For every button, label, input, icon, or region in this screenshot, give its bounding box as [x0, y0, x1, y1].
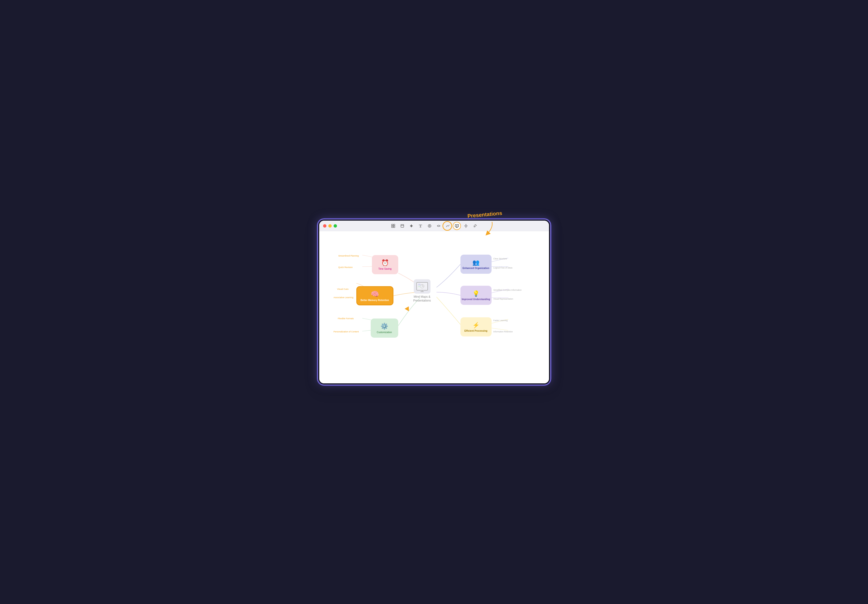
faster-learning-label: Faster Learning — [493, 319, 508, 322]
better-memory-label: Better Memory Retention — [361, 299, 389, 302]
improved-understanding-node[interactable]: 💡 Improved Understanding — [460, 286, 491, 305]
visual-cues-label: Visual Cues — [337, 288, 349, 290]
toolbar-add-btn[interactable] — [426, 222, 434, 230]
maximize-button[interactable] — [333, 224, 337, 228]
svg-rect-4 — [401, 225, 404, 227]
center-node-icon — [414, 279, 431, 294]
cursor — [405, 306, 411, 313]
toolbar-ai-btn[interactable] — [462, 222, 470, 230]
minimize-button[interactable] — [329, 224, 332, 228]
svg-rect-0 — [392, 224, 393, 226]
logical-flow-label: Logical Flow of Ideas — [493, 266, 513, 269]
enhanced-org-icon: 👥 — [473, 259, 480, 266]
customization-label: Customization — [377, 331, 392, 334]
toolbar-path-btn[interactable] — [444, 222, 452, 230]
svg-rect-3 — [394, 226, 395, 228]
enhanced-org-node[interactable]: 👥 Enhanced Organization — [460, 255, 491, 274]
window-controls — [323, 224, 337, 228]
customization-node[interactable]: ⚙️ Customization — [371, 319, 398, 338]
screen-wrapper: Presentations — [319, 221, 549, 383]
close-button[interactable] — [323, 224, 326, 228]
visual-representation-label: Visual Representation — [493, 298, 513, 300]
efficient-processing-node[interactable]: ⚡ Efficient Processing — [460, 317, 491, 336]
better-memory-icon: 🧠 — [371, 290, 379, 298]
canvas[interactable]: Mind Maps & Presentations 🧠 Better Memor… — [319, 231, 549, 383]
time-saving-label: Time Saving — [378, 268, 392, 270]
efficient-processing-label: Efficient Processing — [464, 330, 487, 332]
toolbar — [389, 222, 479, 230]
toolbar-connect-btn[interactable] — [435, 222, 443, 230]
improved-understanding-icon: 💡 — [473, 290, 480, 297]
clear-structure-label: Clear Structure — [493, 257, 507, 260]
presentations-annotation: Presentations — [467, 210, 502, 220]
enhanced-org-label: Enhanced Organization — [463, 267, 490, 269]
toolbar-select-btn[interactable] — [389, 222, 397, 230]
svg-rect-19 — [418, 283, 420, 285]
improved-understanding-label: Improved Understanding — [462, 298, 490, 300]
center-node-label: Mind Maps & Presentations — [408, 295, 437, 302]
title-bar — [319, 221, 549, 231]
information-retention-label: Information Retention — [493, 330, 513, 333]
toolbar-move-btn[interactable] — [407, 222, 415, 230]
associative-learning-label: Associative Learning — [333, 296, 353, 299]
quick-revision-label: Quick Revision — [338, 266, 353, 268]
personalization-label: Personalization of Content — [333, 330, 359, 333]
toolbar-text-btn[interactable] — [416, 222, 425, 230]
flexible-formats-label: Flexible Formats — [338, 317, 354, 320]
svg-rect-1 — [394, 224, 395, 226]
time-saving-node[interactable]: ⏰ Time Saving — [372, 255, 398, 274]
app-window: Mind Maps & Presentations 🧠 Better Memor… — [319, 221, 549, 383]
customization-icon: ⚙️ — [381, 322, 388, 330]
toolbar-pin-btn[interactable] — [471, 222, 479, 230]
toolbar-frame-btn[interactable] — [398, 222, 406, 230]
streamlined-planning-label: Streamlined Planning — [338, 255, 359, 257]
better-memory-node[interactable]: 🧠 Better Memory Retention — [356, 286, 394, 305]
svg-rect-9 — [455, 225, 459, 227]
center-node[interactable]: Mind Maps & Presentations — [408, 278, 437, 304]
simplified-complex-label: Simplified Complex Information — [493, 289, 522, 291]
connections-svg — [319, 231, 549, 383]
svg-rect-20 — [418, 286, 420, 287]
efficient-processing-icon: ⚡ — [473, 322, 480, 328]
toolbar-presentation-btn[interactable] — [453, 222, 461, 230]
svg-rect-2 — [392, 226, 393, 228]
time-saving-icon: ⏰ — [381, 259, 389, 266]
